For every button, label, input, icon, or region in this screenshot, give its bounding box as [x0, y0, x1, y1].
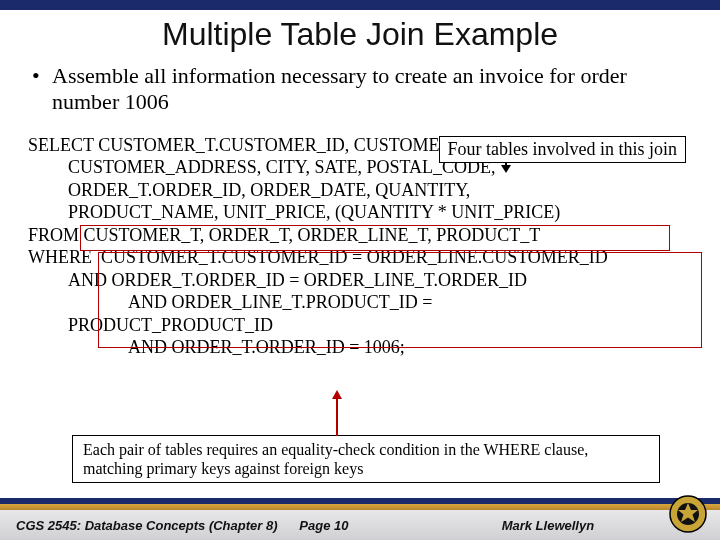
callout-bottom: Each pair of tables requires an equality… [72, 435, 660, 483]
footer: CGS 2545: Database Concepts (Chapter 8) … [0, 510, 720, 540]
page-title: Multiple Table Join Example [0, 16, 720, 53]
top-accent-bar [0, 0, 720, 10]
arrow-bottom-up [336, 398, 338, 436]
sql-line: AND ORDER_T.ORDER_ID = ORDER_LINE_T.ORDE… [28, 269, 690, 292]
sql-line: AND ORDER_T.ORDER_ID = 1006; [28, 336, 690, 359]
bullet-text: Assemble all information necessary to cr… [52, 63, 690, 116]
ucf-logo-icon [668, 494, 708, 534]
bullet-marker: • [30, 63, 52, 116]
sql-line: PRODUCT_NAME, UNIT_PRICE, (QUANTITY * UN… [28, 201, 690, 224]
sql-line: AND ORDER_LINE_T.PRODUCT_ID = [28, 291, 690, 314]
callout-top: Four tables involved in this join [439, 136, 687, 163]
sql-line: WHERE CUSTOMER_T.CUSTOMER_ID = ORDER_LIN… [28, 246, 690, 269]
sql-line: ORDER_T.ORDER_ID, ORDER_DATE, QUANTITY, [28, 179, 690, 202]
sql-query: SELECT CUSTOMER_T.CUSTOMER_ID, CUSTOMER_… [28, 134, 690, 359]
sql-line: FROM CUSTOMER_T, ORDER_T, ORDER_LINE_T, … [28, 224, 690, 247]
footer-page: Page 10 [299, 518, 501, 533]
bullet-item: • Assemble all information necessary to … [30, 63, 690, 116]
footer-course: CGS 2545: Database Concepts (Chapter 8) [16, 518, 299, 533]
sql-line: PRODUCT_PRODUCT_ID [28, 314, 690, 337]
